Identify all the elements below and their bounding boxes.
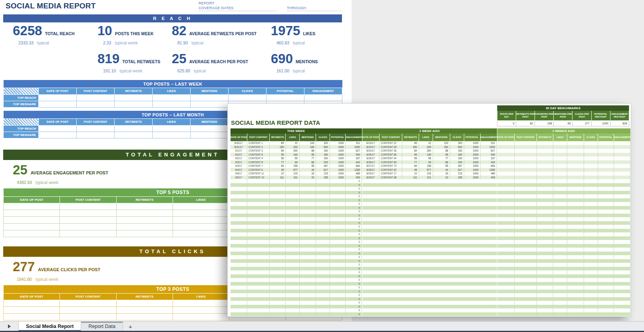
- cell[interactable]: [598, 194, 614, 198]
- cell[interactable]: 440: [480, 153, 497, 157]
- cell[interactable]: [553, 240, 567, 244]
- cell[interactable]: 8/23/17: [362, 141, 380, 145]
- cell[interactable]: [299, 206, 316, 210]
- cell[interactable]: [330, 244, 346, 248]
- cell[interactable]: 140: [286, 153, 299, 157]
- cell[interactable]: [598, 221, 614, 225]
- cell[interactable]: [286, 259, 299, 263]
- cell[interactable]: [514, 236, 537, 240]
- cell[interactable]: [514, 240, 537, 244]
- cell[interactable]: 8/29/17: [362, 176, 380, 180]
- cell[interactable]: [537, 168, 553, 172]
- cell[interactable]: [553, 221, 567, 225]
- cell[interactable]: [553, 278, 567, 282]
- cell[interactable]: [598, 202, 614, 206]
- cell[interactable]: [553, 160, 567, 164]
- cell[interactable]: [330, 308, 346, 312]
- cell[interactable]: [362, 202, 497, 206]
- cell[interactable]: [584, 255, 598, 259]
- cell[interactable]: [598, 255, 614, 259]
- cell[interactable]: [115, 125, 153, 132]
- cell[interactable]: [553, 172, 567, 176]
- cell[interactable]: [330, 274, 346, 278]
- cell[interactable]: CONTENT 56: [380, 153, 402, 157]
- cell[interactable]: [514, 153, 537, 157]
- cell[interactable]: [567, 259, 584, 263]
- cell[interactable]: [316, 179, 330, 183]
- cell[interactable]: [567, 301, 584, 305]
- cell[interactable]: [598, 232, 614, 236]
- cell[interactable]: 0: [346, 308, 362, 312]
- cell[interactable]: [191, 101, 229, 107]
- cell[interactable]: [39, 94, 77, 101]
- cell[interactable]: [514, 267, 537, 271]
- cell[interactable]: 511: [346, 141, 362, 145]
- cell[interactable]: [598, 191, 614, 195]
- cell[interactable]: [497, 210, 515, 214]
- cell[interactable]: [115, 94, 153, 101]
- cell[interactable]: [173, 210, 229, 217]
- cell[interactable]: [497, 278, 515, 282]
- cell[interactable]: [330, 263, 346, 267]
- cell[interactable]: [537, 164, 553, 168]
- cell[interactable]: [537, 286, 553, 290]
- cell[interactable]: [247, 252, 270, 256]
- cell[interactable]: [598, 290, 614, 294]
- cell[interactable]: [584, 221, 598, 225]
- cell[interactable]: 66: [433, 160, 450, 164]
- cell[interactable]: 9/3/17: [231, 160, 247, 164]
- cell[interactable]: [266, 94, 304, 101]
- cell[interactable]: 100: [433, 141, 450, 145]
- cell[interactable]: [330, 191, 346, 195]
- cell[interactable]: [537, 259, 553, 263]
- cell[interactable]: [362, 312, 497, 316]
- cell[interactable]: [567, 308, 584, 312]
- cell[interactable]: [567, 206, 584, 210]
- cell[interactable]: [584, 274, 598, 278]
- cell[interactable]: 1000: [464, 172, 480, 176]
- cell[interactable]: 215: [316, 172, 330, 176]
- cell[interactable]: [553, 286, 567, 290]
- cell[interactable]: [362, 221, 497, 225]
- cell[interactable]: [286, 278, 299, 282]
- cell[interactable]: [497, 214, 515, 218]
- cell[interactable]: [316, 252, 330, 256]
- cell[interactable]: [614, 160, 630, 164]
- cell[interactable]: [584, 252, 598, 256]
- cell[interactable]: [231, 206, 247, 210]
- cell[interactable]: [614, 240, 630, 244]
- cell[interactable]: [514, 149, 537, 153]
- cell[interactable]: 1000: [464, 145, 480, 149]
- cell[interactable]: [614, 179, 630, 183]
- cell[interactable]: 89: [270, 141, 286, 145]
- cell[interactable]: [514, 274, 537, 278]
- cell[interactable]: CONTENT 5: [247, 153, 270, 157]
- cell[interactable]: 9/2/17: [231, 153, 247, 157]
- cell[interactable]: [286, 252, 299, 256]
- cell[interactable]: [330, 240, 346, 244]
- cell[interactable]: [567, 194, 584, 198]
- cell[interactable]: [567, 214, 584, 218]
- cell[interactable]: [598, 263, 614, 267]
- cell[interactable]: [584, 176, 598, 180]
- cell[interactable]: [497, 206, 515, 210]
- cell[interactable]: [299, 255, 316, 259]
- cell[interactable]: 367: [450, 164, 464, 168]
- cell[interactable]: [514, 301, 537, 305]
- cell[interactable]: [231, 267, 247, 271]
- cell[interactable]: [362, 274, 497, 278]
- cell[interactable]: 200: [419, 145, 433, 149]
- cell[interactable]: [299, 202, 316, 206]
- cell[interactable]: [567, 183, 584, 187]
- cell[interactable]: 0: [346, 305, 362, 309]
- cell[interactable]: [614, 236, 630, 240]
- cell[interactable]: [247, 191, 270, 195]
- cell[interactable]: 158: [419, 164, 433, 168]
- cell[interactable]: 0: [346, 179, 362, 183]
- cell[interactable]: [299, 187, 316, 191]
- cell[interactable]: [614, 225, 630, 229]
- cell[interactable]: [362, 225, 497, 229]
- cell[interactable]: [316, 225, 330, 229]
- cell[interactable]: 337: [346, 156, 362, 160]
- cell[interactable]: [231, 210, 247, 214]
